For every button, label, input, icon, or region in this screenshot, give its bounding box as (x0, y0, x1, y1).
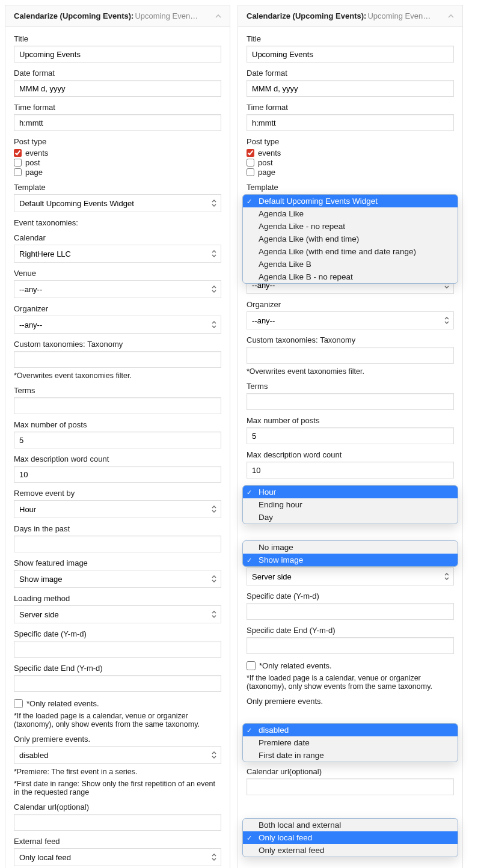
only-related-checkbox[interactable] (14, 699, 23, 708)
only-related-label: *Only related events. (259, 661, 332, 670)
label-title: Title (14, 34, 221, 43)
title-input[interactable] (14, 46, 221, 63)
dropdown-option[interactable]: Day (243, 511, 458, 524)
title-input[interactable] (247, 46, 454, 63)
label-loading-method: Loading method (14, 594, 221, 603)
widget-header[interactable]: Calendarize (Upcoming Events): Upcoming … (5, 5, 230, 27)
time-format-input[interactable] (247, 114, 454, 131)
post-type-checkbox[interactable] (247, 168, 254, 176)
only-related-note: *If the loaded page is a calendar, venue… (14, 712, 221, 729)
time-format-input[interactable] (14, 114, 221, 131)
post-type-row: page (247, 168, 454, 177)
dropdown-option[interactable]: ✓Default Upcoming Events Widget (243, 195, 458, 207)
template-select[interactable]: Default Upcoming Events Widget (14, 194, 221, 212)
show-featured-select[interactable]: Show image (14, 570, 221, 588)
dropdown-option[interactable]: No image (243, 541, 458, 554)
widget-body: Title Date format Time format Post type … (238, 27, 462, 847)
only-related-row: *Only related events. (14, 699, 221, 708)
label-organizer: Organizer (247, 300, 454, 309)
calendar-url-input[interactable] (14, 814, 221, 831)
post-type-checkbox[interactable] (14, 168, 22, 176)
external-feed-select[interactable]: Only local feed (14, 848, 221, 866)
specific-date-end-input[interactable] (14, 675, 221, 692)
only-premiere-dropdown-open[interactable]: ✓disabledPremiere dateFirst date in rang… (242, 723, 458, 762)
label-calendar-url: Calendar url(optional) (247, 767, 454, 776)
dropdown-option[interactable]: Agenda Like (with end time) (243, 233, 458, 245)
post-type-checkbox[interactable] (247, 149, 254, 157)
dropdown-option[interactable]: ✓Hour (243, 486, 458, 498)
max-desc-input[interactable] (247, 462, 454, 478)
show-featured-dropdown-open[interactable]: No image✓Show image (242, 540, 458, 567)
dropdown-option[interactable]: Agenda Like B - no repeat (243, 270, 458, 283)
post-type-checkbox[interactable] (14, 159, 22, 167)
dropdown-option[interactable]: First date in range (243, 749, 458, 762)
widget-panel-right: Calendarize (Upcoming Events): Upcoming … (237, 5, 463, 868)
label-date-format: Date format (14, 69, 221, 78)
dropdown-option-label: Only external feed (259, 846, 325, 855)
collapse-icon[interactable] (215, 13, 221, 19)
label-external-feed: External feed (14, 837, 221, 846)
taxonomy-text: Taxonomy (87, 340, 123, 349)
specific-date-input[interactable] (247, 603, 454, 620)
max-desc-input[interactable] (14, 466, 221, 483)
label-template: Template (14, 183, 221, 192)
venue-select[interactable]: --any-- (14, 280, 221, 298)
label-only-premiere: Only premiere events. (247, 697, 454, 706)
calendar-select[interactable]: RightHere LLC (14, 245, 221, 263)
post-type-label: post (258, 158, 273, 167)
taxonomy-text: Taxonomy (320, 335, 355, 344)
post-type-checkbox[interactable] (14, 149, 22, 157)
label-template: Template (247, 183, 454, 192)
dropdown-option[interactable]: ✓disabled (243, 724, 458, 736)
dropdown-option[interactable]: Ending hour (243, 498, 458, 511)
post-type-row: post (247, 158, 454, 167)
loading-method-select[interactable]: Server side (14, 605, 221, 623)
custom-tax-input[interactable] (247, 347, 454, 364)
post-type-checkbox[interactable] (247, 159, 254, 167)
dropdown-option[interactable]: Agenda Like B (243, 258, 458, 270)
dropdown-option-label: Agenda Like (with end time) (259, 234, 359, 243)
organizer-select[interactable]: --any-- (247, 311, 454, 329)
specific-date-end-input[interactable] (247, 637, 454, 654)
custom-tax-input[interactable] (14, 351, 221, 368)
external-feed-dropdown-open[interactable]: Both local and external✓Only local feedO… (242, 818, 458, 857)
dropdown-option-label: Default Upcoming Events Widget (259, 197, 378, 206)
dropdown-option[interactable]: Premiere date (243, 736, 458, 749)
days-past-input[interactable] (14, 536, 221, 552)
label-calendar: Calendar (14, 233, 221, 242)
dropdown-option[interactable]: Only external feed (243, 844, 458, 857)
dropdown-option[interactable]: Both local and external (243, 819, 458, 831)
loading-method-select[interactable]: Server side (247, 567, 454, 585)
label-only-premiere: Only premiere events. (14, 735, 221, 744)
template-dropdown-open[interactable]: ✓Default Upcoming Events WidgetAgenda Li… (242, 194, 458, 284)
remove-event-by-select[interactable]: Hour (14, 500, 221, 518)
max-posts-input[interactable] (247, 427, 454, 444)
label-time-format: Time format (247, 103, 454, 112)
date-format-input[interactable] (247, 80, 454, 97)
terms-input[interactable] (247, 393, 454, 410)
dropdown-option-label: Agenda Like (with end time and date rang… (259, 247, 416, 256)
first-range-note: *First date in range: Show only the firs… (14, 780, 221, 796)
dropdown-option[interactable]: ✓Only local feed (243, 831, 458, 844)
specific-date-input[interactable] (14, 641, 221, 658)
dropdown-option[interactable]: Agenda Like (with end time and date rang… (243, 245, 458, 258)
calendar-url-input[interactable] (247, 778, 454, 795)
dropdown-option[interactable]: Agenda Like - no repeat (243, 220, 458, 233)
max-posts-input[interactable] (14, 432, 221, 448)
organizer-select[interactable]: --any-- (14, 316, 221, 334)
label-custom-taxonomies: Custom taxonomies: Taxonomy (247, 335, 454, 344)
date-format-input[interactable] (14, 80, 221, 97)
remove-event-by-dropdown-open[interactable]: ✓HourEnding hourDay (242, 485, 458, 524)
dropdown-option[interactable]: ✓Show image (243, 554, 458, 566)
collapse-icon[interactable] (448, 13, 454, 19)
dropdown-option-label: Agenda Like B (259, 260, 311, 269)
dropdown-option[interactable]: Agenda Like (243, 207, 458, 220)
only-premiere-select[interactable]: disabled (14, 746, 221, 764)
widget-header[interactable]: Calendarize (Upcoming Events): Upcoming … (238, 5, 462, 27)
overwrite-note: *Overwrites event taxonomies filter. (14, 371, 221, 380)
label-specific-date: Specific date (Y-m-d) (247, 591, 454, 601)
only-related-note: *If the loaded page is a calendar, venue… (247, 674, 454, 691)
only-related-checkbox[interactable] (247, 661, 256, 670)
label-remove-event-by: Remove event by (14, 489, 221, 498)
terms-input[interactable] (14, 397, 221, 414)
